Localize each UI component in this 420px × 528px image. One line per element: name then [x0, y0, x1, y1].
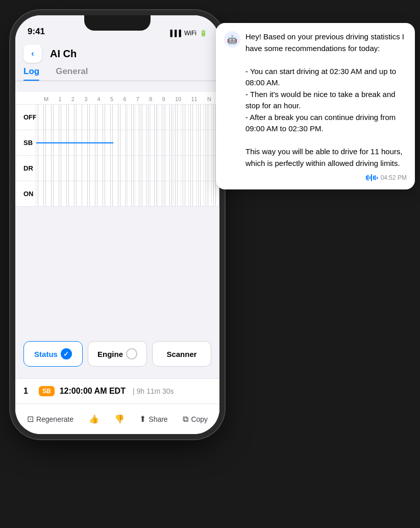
entry-duration: | 9h 11m 30s: [133, 387, 174, 395]
status-label: Status: [34, 350, 58, 358]
entry-badge: SB: [39, 386, 55, 396]
hour-n: N: [207, 96, 211, 102]
action-buttons: Status ✓ Engine Scanner: [15, 335, 219, 373]
signal-icon: ▐▐▐: [168, 30, 181, 37]
engine-button[interactable]: Engine: [88, 341, 147, 367]
chat-bubble: 🤖 Hey! Based on your previous driving st…: [216, 23, 415, 189]
sb-activity-line: [36, 142, 113, 143]
copy-button[interactable]: ⧉ Copy: [180, 411, 211, 428]
hour-8: 8: [149, 96, 152, 102]
tick-marks-on: [36, 181, 219, 206]
row-label-on: ON: [15, 190, 36, 198]
thumbs-down-icon: 👎: [114, 414, 125, 424]
hour-6: 6: [123, 96, 126, 102]
grid-row-dr: DR: [15, 156, 219, 181]
hour-3: 3: [84, 96, 87, 102]
scene: 9:41 ▐▐▐ WiFi 🔋 ‹ AI Ch Log: [0, 0, 420, 528]
copy-icon: ⧉: [183, 415, 188, 424]
tabs-row: Log General: [15, 66, 219, 81]
share-button[interactable]: ⬆ Share: [136, 410, 170, 428]
hour-4: 4: [97, 96, 101, 102]
bubble-header: 🤖 Hey! Based on your previous driving st…: [224, 31, 407, 169]
waveform-icon: [366, 174, 378, 181]
tick-marks-off: [36, 105, 219, 130]
bottom-toolbar: ⊡ Regenerate 👍 👎 ⬆ Share ⧉ Copy: [15, 403, 219, 434]
back-button[interactable]: ‹: [23, 44, 42, 63]
bubble-text: Hey! Based on your previous driving stat…: [245, 31, 407, 169]
wifi-icon: WiFi: [184, 30, 196, 37]
ai-avatar: 🤖: [224, 31, 240, 47]
bubble-time: 04:52 PM: [381, 174, 407, 181]
hour-1: 1: [58, 96, 61, 102]
entry-number: 1: [23, 387, 34, 396]
thumbs-up-button[interactable]: 👍: [86, 410, 102, 428]
timeline-container: M 1 2 3 4 5 6 7 8 9 10 11 N: [15, 92, 219, 207]
tick-marks-dr: [36, 156, 219, 181]
hour-9: 9: [162, 96, 165, 102]
share-label: Share: [149, 415, 167, 423]
tab-log[interactable]: Log: [23, 66, 39, 81]
grid-row-on: ON: [15, 181, 219, 207]
back-icon: ‹: [31, 49, 34, 58]
share-icon: ⬆: [139, 414, 146, 424]
timeline-header: M 1 2 3 4 5 6 7 8 9 10 11 N: [15, 92, 219, 104]
thumbs-down-button[interactable]: 👎: [111, 410, 128, 428]
regenerate-icon: ⊡: [27, 414, 34, 424]
ai-avatar-icon: 🤖: [227, 35, 237, 44]
grid-row-sb: SB: [15, 130, 219, 156]
row-label-dr: DR: [15, 164, 36, 172]
scanner-button[interactable]: Scanner: [152, 341, 211, 367]
nav-header: ‹ AI Ch: [15, 41, 219, 66]
status-time: 9:41: [28, 27, 45, 37]
phone-frame: 9:41 ▐▐▐ WiFi 🔋 ‹ AI Ch Log: [15, 15, 219, 434]
entry-time: 12:00:00 AM EDT: [60, 387, 126, 396]
row-track-on: [36, 181, 219, 206]
hour-11: 11: [191, 96, 197, 102]
timeline-label-col: [23, 96, 44, 102]
copy-label: Copy: [191, 415, 208, 423]
page-title: AI Ch: [50, 48, 77, 60]
row-track-off: [36, 105, 219, 130]
regenerate-button[interactable]: ⊡ Regenerate: [24, 410, 77, 428]
status-check-icon: ✓: [61, 348, 72, 359]
timeline-grid: OFF SB DR: [15, 104, 219, 207]
thumbs-up-icon: 👍: [89, 414, 99, 424]
hour-10: 10: [175, 96, 181, 102]
row-label-off: OFF: [15, 113, 36, 121]
row-track-dr: [36, 156, 219, 181]
battery-icon: 🔋: [200, 30, 207, 37]
hour-2: 2: [71, 96, 75, 102]
hour-m: M: [44, 96, 48, 102]
row-track-sb: [36, 130, 219, 155]
engine-label: Engine: [97, 350, 123, 358]
timeline-hours: M 1 2 3 4 5 6 7 8 9 10 11 N: [44, 96, 211, 102]
log-entry: 1 SB 12:00:00 AM EDT | 9h 11m 30s: [15, 378, 219, 403]
engine-radio-icon: [126, 348, 137, 359]
grid-row-off: OFF: [15, 105, 219, 130]
tabs-container: Log General: [15, 66, 219, 81]
hour-7: 7: [136, 96, 139, 102]
row-label-sb: SB: [15, 139, 36, 147]
bubble-footer: 04:52 PM: [224, 174, 407, 181]
tab-general[interactable]: General: [56, 66, 88, 81]
notch: [84, 15, 151, 31]
hour-5: 5: [110, 96, 113, 102]
status-button[interactable]: Status ✓: [23, 341, 83, 367]
regenerate-label: Regenerate: [36, 415, 73, 423]
phone-screen: 9:41 ▐▐▐ WiFi 🔋 ‹ AI Ch Log: [15, 15, 219, 434]
scanner-label: Scanner: [166, 350, 196, 358]
tab-divider: [15, 81, 219, 81]
status-icons: ▐▐▐ WiFi 🔋: [168, 30, 207, 37]
